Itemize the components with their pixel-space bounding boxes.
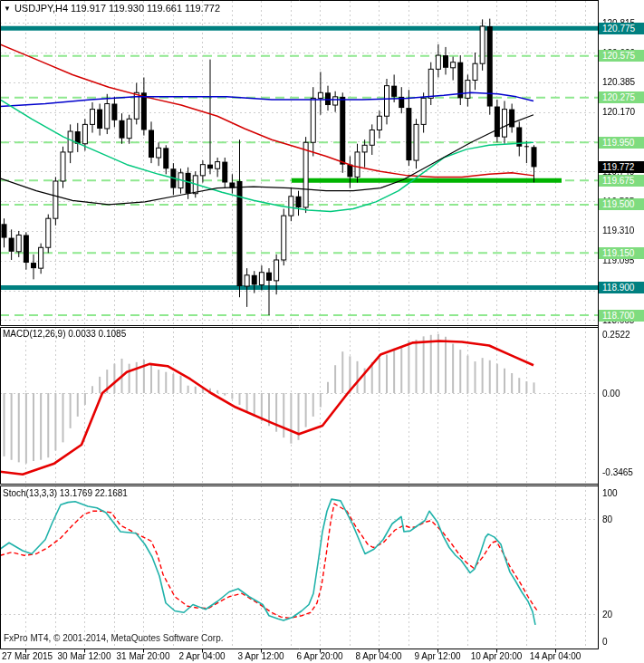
mt4-chart-window: ▼USDJPY,H4 119.917 119.930 119.661 119.7… <box>0 0 644 663</box>
chart-canvas[interactable] <box>0 0 644 663</box>
